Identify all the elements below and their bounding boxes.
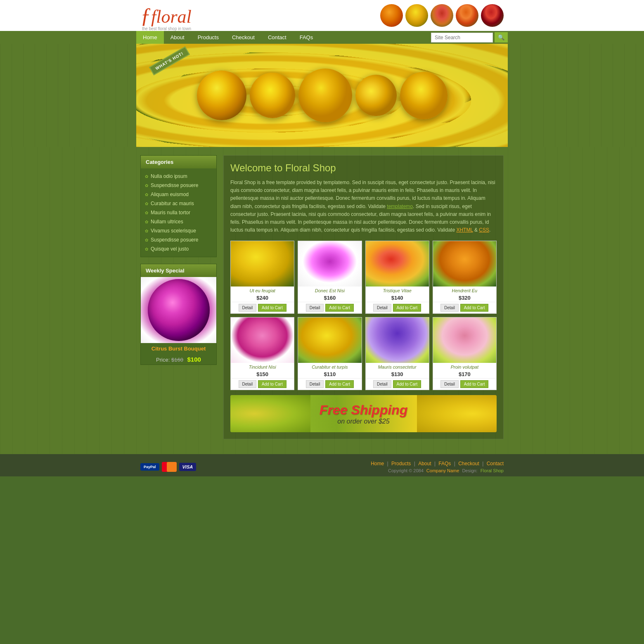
xhtml-link[interactable]: XHTML	[456, 227, 473, 233]
products-grid-row1: Ut eu feugiat $240 Detail Add to Cart Do…	[230, 241, 497, 314]
nav-checkout[interactable]: Checkout	[225, 31, 261, 44]
add-to-cart-button-1[interactable]: Add to Cart	[258, 304, 286, 312]
nav-faqs[interactable]: FAQs	[293, 31, 320, 44]
category-item[interactable]: Aliquam euismod	[141, 190, 216, 199]
product-actions-7: Detail Add to Cart	[366, 378, 429, 390]
search-input[interactable]	[431, 33, 493, 43]
footer-products-link[interactable]: Products	[391, 461, 411, 466]
detail-button-6[interactable]: Detail	[306, 380, 324, 388]
footer-checkout-link[interactable]: Checkout	[458, 461, 479, 466]
add-to-cart-button-5[interactable]: Add to Cart	[258, 380, 286, 388]
css-link[interactable]: CSS	[479, 227, 489, 233]
product-name-8: Proin volutpat	[433, 363, 496, 370]
search-button[interactable]: 🔍	[495, 32, 508, 43]
weekly-special-price: Price: $160 $100	[141, 354, 216, 365]
weekly-special-title: Weekly Special	[141, 264, 216, 277]
add-to-cart-button-7[interactable]: Add to Cart	[393, 380, 421, 388]
add-to-cart-button-8[interactable]: Add to Cart	[460, 380, 489, 388]
footer-copyright: Copyright © 2084 Company Name Design: Fl…	[371, 468, 504, 473]
product-card-1: Ut eu feugiat $240 Detail Add to Cart	[230, 241, 294, 314]
product-price-2: $160	[298, 294, 361, 302]
nav-about[interactable]: About	[164, 31, 191, 44]
welcome-text: Floral Shop is a free template provided …	[230, 179, 497, 234]
footer-about-link[interactable]: About	[418, 461, 431, 466]
product-card-3: Tristique Vitae $140 Detail Add to Cart	[365, 241, 429, 314]
shipping-main-text: Free Shipping	[320, 402, 407, 418]
product-name-2: Donec Est Nisi	[298, 286, 361, 294]
add-to-cart-button-6[interactable]: Add to Cart	[325, 380, 354, 388]
add-to-cart-button-3[interactable]: Add to Cart	[393, 304, 421, 312]
product-name-5: Tincidunt Nisi	[231, 363, 294, 370]
category-item[interactable]: Suspendisse posuere	[141, 181, 216, 190]
footer-faqs-link[interactable]: FAQs	[438, 461, 451, 466]
product-actions-2: Detail Add to Cart	[298, 302, 361, 313]
product-image-6	[298, 317, 361, 363]
shipping-sub-text: on order over $25	[320, 418, 407, 425]
product-price-1: $240	[231, 294, 294, 302]
hero-banner: WHAT'S HOT!	[136, 44, 508, 147]
footer-nav: Home | Products | About | FAQs | Checkou…	[371, 461, 504, 466]
product-card-2: Donec Est Nisi $160 Detail Add to Cart	[298, 241, 362, 314]
templatemo-link[interactable]: templatemo	[387, 204, 413, 209]
product-card-7: Mauris consectetur $130 Detail Add to Ca…	[365, 317, 429, 390]
categories-list: Nulla odio ipsum Suspendisse posuere Ali…	[141, 168, 216, 257]
product-actions-5: Detail Add to Cart	[231, 378, 294, 390]
footer-home-link[interactable]: Home	[371, 461, 384, 466]
footer: PayPal VISA Home | Products | About | FA…	[0, 454, 644, 476]
main-content: Welcome to Floral Shop Floral Shop is a …	[223, 155, 504, 446]
category-item[interactable]: Vivamus scelerisque	[141, 226, 216, 235]
category-item[interactable]: Suspendisse posuere	[141, 235, 216, 244]
weekly-special-name: Citrus Burst Bouquet	[141, 343, 216, 354]
detail-button-8[interactable]: Detail	[440, 380, 459, 388]
category-item[interactable]: Nullam ultrices	[141, 217, 216, 226]
products-grid-row2: Tincidunt Nisi $150 Detail Add to Cart C…	[230, 317, 497, 390]
detail-button-4[interactable]: Detail	[440, 304, 459, 312]
product-price-8: $170	[433, 370, 496, 378]
paypal-icon: PayPal	[140, 463, 159, 471]
product-card-5: Tincidunt Nisi $150 Detail Add to Cart	[230, 317, 294, 390]
product-image-5	[231, 317, 294, 363]
add-to-cart-button-2[interactable]: Add to Cart	[325, 304, 354, 312]
category-item[interactable]: Quisque vel justo	[141, 244, 216, 253]
detail-button-3[interactable]: Detail	[373, 304, 391, 312]
footer-contact-link[interactable]: Contact	[487, 461, 504, 466]
footer-links: Home | Products | About | FAQs | Checkou…	[371, 461, 504, 473]
category-item[interactable]: Nulla odio ipsum	[141, 172, 216, 181]
product-price-3: $140	[366, 294, 429, 302]
category-item[interactable]: Curabitur ac mauris	[141, 199, 216, 208]
detail-button-5[interactable]: Detail	[239, 380, 257, 388]
product-price-6: $110	[298, 370, 361, 378]
product-name-4: Hendrerit Eu	[433, 286, 496, 294]
product-card-6: Curabitur et turpis $110 Detail Add to C…	[298, 317, 362, 390]
add-to-cart-button-4[interactable]: Add to Cart	[460, 304, 489, 312]
product-actions-8: Detail Add to Cart	[433, 378, 496, 390]
product-actions-1: Detail Add to Cart	[231, 302, 294, 313]
old-price: $160	[171, 357, 183, 363]
product-image-3	[366, 241, 429, 286]
logo-tagline: the best floral shop in town	[142, 26, 192, 31]
company-link[interactable]: Company Name	[426, 468, 459, 473]
nav-products[interactable]: Products	[191, 31, 225, 44]
categories-box: Categories Nulla odio ipsum Suspendisse …	[140, 155, 217, 257]
product-name-6: Curabitur et turpis	[298, 363, 361, 370]
categories-title: Categories	[141, 156, 216, 168]
detail-button-1[interactable]: Detail	[239, 304, 257, 312]
detail-button-7[interactable]: Detail	[373, 380, 391, 388]
category-item[interactable]: Mauris nulla tortor	[141, 208, 216, 217]
design-credit-link[interactable]: Floral Shop	[481, 468, 504, 473]
product-name-3: Tristique Vitae	[366, 286, 429, 294]
logo-brand: ƒfloral	[140, 5, 192, 26]
product-card-4: Hendrerit Eu $320 Detail Add to Cart	[433, 241, 497, 314]
logo: ƒfloral the best floral shop in town	[140, 5, 192, 31]
nav-home[interactable]: Home	[136, 31, 164, 44]
welcome-title: Welcome to Floral Shop	[230, 162, 497, 174]
product-image-1	[231, 241, 294, 286]
search-box: 🔍	[431, 32, 508, 43]
nav-contact[interactable]: Contact	[261, 31, 293, 44]
product-actions-4: Detail Add to Cart	[433, 302, 496, 313]
product-image-7	[366, 317, 429, 363]
weekly-special-box: Weekly Special Citrus Burst Bouquet Pric…	[140, 264, 217, 365]
welcome-section: Welcome to Floral Shop Floral Shop is a …	[223, 155, 504, 439]
product-price-4: $320	[433, 294, 496, 302]
detail-button-2[interactable]: Detail	[306, 304, 324, 312]
